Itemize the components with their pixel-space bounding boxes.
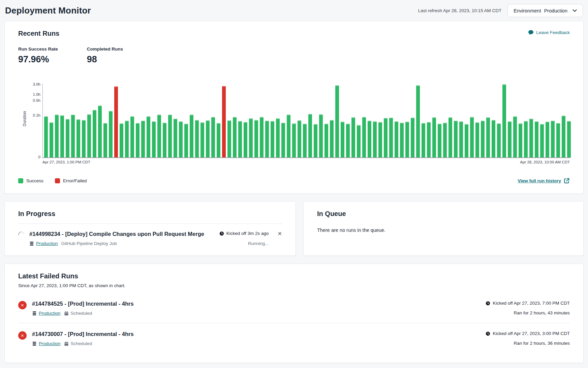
run-bar[interactable] (200, 122, 204, 158)
run-bar[interactable] (556, 123, 560, 158)
run-bar[interactable] (184, 124, 188, 158)
run-bar[interactable] (60, 115, 64, 158)
run-bar[interactable] (438, 124, 441, 158)
run-bar[interactable] (368, 121, 371, 158)
run-bar[interactable] (163, 123, 166, 158)
run-bar[interactable] (524, 121, 528, 158)
run-bar[interactable] (513, 116, 517, 158)
run-bar[interactable] (152, 121, 156, 158)
run-bar[interactable] (103, 123, 107, 158)
run-bar[interactable] (265, 121, 269, 158)
run-bar[interactable] (130, 116, 134, 158)
run-bar[interactable] (254, 120, 258, 158)
run-bar[interactable] (335, 85, 339, 158)
run-bar[interactable] (357, 125, 361, 158)
run-bar[interactable] (443, 123, 447, 158)
run-bar[interactable] (459, 121, 463, 158)
run-bar[interactable] (395, 121, 398, 158)
run-bar[interactable] (174, 119, 177, 158)
run-bar[interactable] (529, 119, 533, 158)
run-bar[interactable] (114, 86, 118, 158)
run-bar[interactable] (470, 117, 474, 158)
run-bar[interactable] (519, 123, 522, 158)
run-bar[interactable] (351, 117, 355, 158)
run-bar[interactable] (540, 124, 544, 158)
run-bar[interactable] (55, 115, 59, 158)
environment-tag-link[interactable]: Production (32, 311, 61, 316)
run-bar[interactable] (373, 121, 377, 158)
environment-tag-link[interactable]: Production (29, 241, 58, 246)
run-bar[interactable] (157, 115, 161, 158)
run-bar[interactable] (475, 122, 479, 158)
run-bar[interactable] (292, 123, 296, 158)
environment-tag-link[interactable]: Production (32, 341, 61, 346)
run-bar[interactable] (227, 120, 231, 158)
run-bar[interactable] (93, 110, 96, 158)
run-bar[interactable] (147, 116, 150, 158)
run-bar[interactable] (206, 120, 210, 158)
run-bar[interactable] (551, 121, 555, 158)
run-bar[interactable] (416, 85, 420, 158)
run-bar[interactable] (271, 121, 274, 158)
run-bar[interactable] (486, 117, 490, 158)
run-bar[interactable] (432, 117, 436, 158)
run-bar[interactable] (497, 123, 501, 158)
run-bar[interactable] (276, 118, 280, 158)
run-bar[interactable] (362, 117, 366, 158)
run-bar[interactable] (71, 115, 75, 158)
run-bar[interactable] (287, 115, 290, 158)
run-bar[interactable] (50, 122, 53, 158)
run-bar[interactable] (125, 121, 129, 158)
run-bar[interactable] (384, 118, 388, 158)
run-bar[interactable] (562, 116, 565, 158)
run-bar[interactable] (400, 123, 404, 158)
run-bar[interactable] (308, 114, 312, 158)
run-bar[interactable] (346, 124, 350, 158)
run-bar[interactable] (535, 121, 538, 158)
run-bar[interactable] (502, 84, 506, 158)
run-bar[interactable] (281, 123, 285, 158)
run-bar[interactable] (378, 122, 382, 158)
run-bar[interactable] (260, 117, 264, 158)
run-bar[interactable] (465, 124, 468, 158)
run-bar[interactable] (141, 121, 145, 158)
run-bar[interactable] (314, 124, 317, 158)
view-full-run-history-link[interactable]: View full run history (518, 178, 570, 184)
environment-selector[interactable]: Environment Production (507, 4, 583, 17)
run-bar[interactable] (405, 122, 409, 158)
leave-feedback-link[interactable]: Leave Feedback (528, 30, 570, 35)
run-bar[interactable] (233, 117, 237, 158)
run-bar[interactable] (109, 111, 113, 158)
run-bar[interactable] (168, 115, 172, 158)
run-bar[interactable] (454, 121, 458, 158)
run-bar[interactable] (546, 122, 549, 158)
run-bar[interactable] (44, 116, 48, 158)
run-bar[interactable] (76, 119, 80, 158)
run-bar[interactable] (330, 120, 334, 158)
run-bar[interactable] (238, 121, 242, 158)
run-bar[interactable] (217, 123, 220, 158)
run-bar[interactable] (303, 124, 307, 158)
run-bar[interactable] (567, 121, 571, 158)
run-bar[interactable] (389, 118, 393, 158)
run-bar[interactable] (190, 115, 193, 158)
run-bar[interactable] (324, 124, 328, 158)
run-bar[interactable] (319, 114, 323, 158)
run-bar[interactable] (66, 119, 69, 158)
run-bar[interactable] (341, 122, 344, 158)
run-bar[interactable] (211, 117, 215, 158)
run-bar[interactable] (244, 122, 247, 158)
run-bar[interactable] (298, 120, 301, 158)
run-bar[interactable] (82, 120, 86, 158)
run-bar[interactable] (422, 123, 425, 158)
run-bar[interactable] (411, 118, 414, 158)
run-bar[interactable] (179, 121, 183, 158)
run-bar[interactable] (195, 120, 199, 158)
run-bar[interactable] (120, 123, 123, 158)
run-bar[interactable] (98, 105, 102, 158)
run-bar[interactable] (136, 123, 140, 158)
run-bar[interactable] (492, 120, 495, 158)
run-bar[interactable] (508, 121, 512, 158)
close-icon[interactable]: ✕ (278, 231, 282, 237)
run-bar[interactable] (249, 118, 253, 158)
